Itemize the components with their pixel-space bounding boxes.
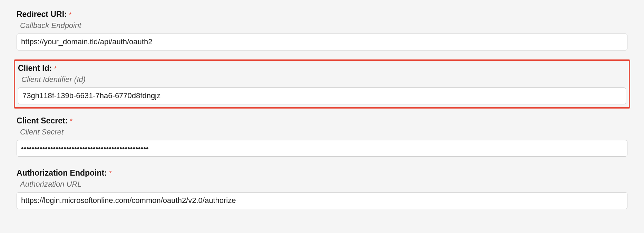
required-indicator: *: [69, 11, 72, 19]
authorization-endpoint-group: Authorization Endpoint: * Authorization …: [14, 166, 630, 212]
client-secret-input[interactable]: [17, 140, 627, 157]
label-row: Client Secret: *: [17, 116, 627, 125]
client-id-group: Client Id: * Client Identifier (Id): [14, 59, 630, 109]
required-indicator: *: [109, 169, 112, 177]
client-id-description: Client Identifier (Id): [21, 75, 626, 84]
required-indicator: *: [70, 117, 72, 125]
redirect-uri-group: Redirect URI: * Callback Endpoint: [14, 7, 630, 53]
client-id-label: Client Id:: [18, 64, 52, 73]
authorization-endpoint-input[interactable]: [17, 192, 627, 209]
client-secret-description: Client Secret: [20, 128, 627, 137]
authorization-endpoint-description: Authorization URL: [20, 180, 627, 189]
client-secret-group: Client Secret: * Client Secret: [14, 113, 630, 160]
redirect-uri-description: Callback Endpoint: [20, 21, 627, 30]
label-row: Redirect URI: *: [17, 10, 627, 19]
client-id-input[interactable]: [18, 87, 626, 104]
authorization-endpoint-label: Authorization Endpoint:: [17, 168, 107, 178]
redirect-uri-label: Redirect URI:: [17, 10, 67, 19]
label-row: Client Id: *: [18, 64, 626, 73]
redirect-uri-input[interactable]: [17, 34, 627, 50]
required-indicator: *: [54, 65, 57, 73]
client-secret-label: Client Secret:: [17, 116, 68, 125]
label-row: Authorization Endpoint: *: [17, 168, 627, 178]
